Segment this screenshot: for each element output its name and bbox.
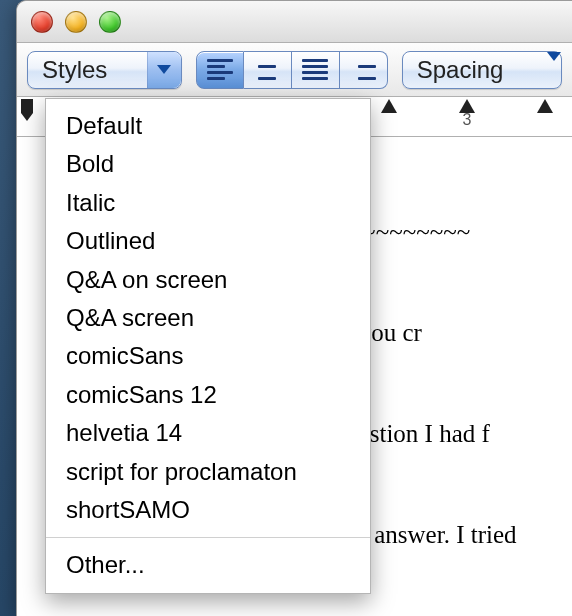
window-titlebar[interactable] (17, 1, 572, 43)
menu-separator (46, 537, 370, 538)
chevron-down-icon (147, 52, 181, 88)
align-right-button[interactable] (340, 51, 388, 89)
styles-menu-item-qa-screen[interactable]: Q&A screen (46, 299, 370, 337)
align-center-icon (254, 59, 280, 80)
first-line-indent-marker[interactable] (21, 99, 33, 113)
align-center-button[interactable] (244, 51, 292, 89)
styles-menu-item-comicsans-12[interactable]: comicSans 12 (46, 376, 370, 414)
styles-dropdown-label: Styles (42, 56, 107, 84)
styles-menu-item-qa-on-screen[interactable]: Q&A on screen (46, 261, 370, 299)
align-right-icon (350, 59, 376, 80)
toolbar: Styles Spacing (17, 43, 572, 97)
ruler-number: 3 (463, 111, 472, 129)
styles-menu-item-italic[interactable]: Italic (46, 184, 370, 222)
styles-menu-item-other[interactable]: Other... (46, 546, 370, 584)
zoom-window-button[interactable] (99, 11, 121, 33)
styles-menu-item-helvetia-14[interactable]: helvetia 14 (46, 414, 370, 452)
chevron-down-icon (547, 61, 561, 79)
minimize-window-button[interactable] (65, 11, 87, 33)
styles-menu-item-default[interactable]: Default (46, 107, 370, 145)
spacing-dropdown[interactable]: Spacing (402, 51, 562, 89)
styles-dropdown[interactable]: Styles (27, 51, 182, 89)
styles-menu-item-shortsamo[interactable]: shortSAMO (46, 491, 370, 529)
text-edit-window: Styles Spacing 3 ~~ (16, 0, 572, 616)
align-left-icon (207, 59, 233, 80)
spacing-dropdown-label: Spacing (417, 56, 504, 84)
tab-stop-marker[interactable] (381, 99, 397, 113)
align-left-button[interactable] (196, 51, 244, 89)
styles-menu-item-script-proclamaton[interactable]: script for proclamaton (46, 453, 370, 491)
styles-menu: Default Bold Italic Outlined Q&A on scre… (45, 98, 371, 594)
styles-menu-item-comicsans[interactable]: comicSans (46, 337, 370, 375)
tab-stop-marker[interactable] (537, 99, 553, 113)
alignment-group (196, 51, 388, 89)
align-justify-button[interactable] (292, 51, 340, 89)
styles-menu-item-outlined[interactable]: Outlined (46, 222, 370, 260)
styles-menu-item-bold[interactable]: Bold (46, 145, 370, 183)
close-window-button[interactable] (31, 11, 53, 33)
align-justify-icon (302, 59, 328, 80)
